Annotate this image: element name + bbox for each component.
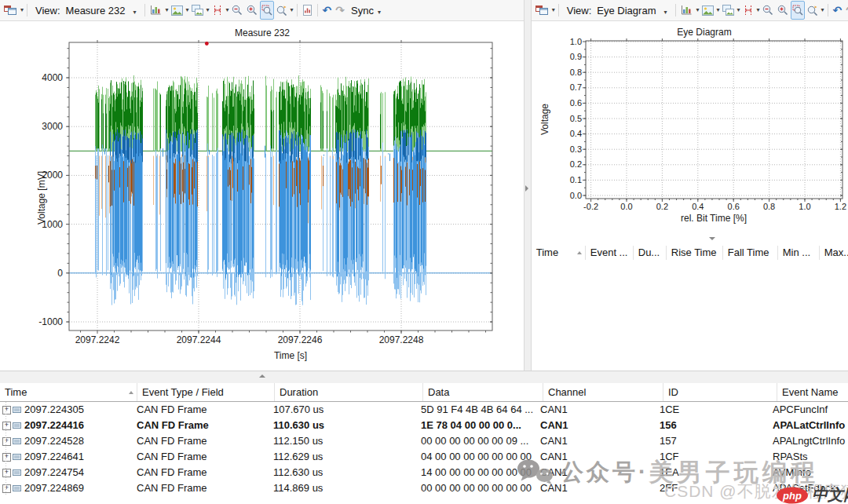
channel-cell: CAN1 — [535, 465, 655, 480]
sync-button[interactable]: Sync▾ — [351, 5, 381, 16]
toolbar-separator — [27, 4, 27, 16]
table-column-header-0[interactable]: Time — [0, 383, 137, 401]
zoom-region-icon[interactable] — [791, 1, 805, 20]
redo-icon[interactable]: ↷ — [334, 4, 346, 16]
toolbar-separator — [558, 4, 559, 16]
stats-column-1[interactable]: Event ... — [586, 246, 634, 260]
table-column-label: Channel — [548, 386, 586, 398]
stats-column-label: Event ... — [590, 246, 628, 260]
svg-text:0.5: 0.5 — [569, 114, 581, 123]
svg-text:2097.2244: 2097.2244 — [177, 334, 221, 345]
measurement-cursor-icon[interactable] — [741, 1, 755, 20]
report-icon[interactable] — [301, 1, 314, 20]
vertical-splitter[interactable] — [524, 0, 532, 371]
event-name-cell: RPASts — [768, 449, 848, 465]
zoom-in-icon[interactable] — [776, 1, 790, 20]
expand-icon[interactable]: + — [2, 406, 11, 415]
table-column-header-2[interactable]: Duration — [275, 383, 423, 401]
svg-text:Time [s]: Time [s] — [274, 350, 307, 361]
table-column-header-5[interactable]: ID — [663, 383, 777, 401]
chevron-down-icon: ▾ — [165, 7, 168, 13]
zoom-fit-icon[interactable] — [806, 1, 820, 20]
stats-column-0[interactable]: Time — [532, 246, 586, 260]
stats-column-label: Min ... — [783, 246, 810, 260]
table-row[interactable]: +2097.224416CAN FD Frame110.630 us1E 78 … — [0, 418, 848, 433]
table-column-header-6[interactable]: Event Name — [777, 383, 848, 401]
view-selector-value: Eye Diagram — [597, 5, 656, 16]
table-column-label: Data — [428, 386, 449, 398]
svg-text:3000: 3000 — [42, 121, 63, 132]
data-cell: 00 00 00 00 00 00 09 ... — [416, 433, 535, 449]
stats-column-3[interactable]: Rise Time — [667, 246, 723, 260]
view-selector[interactable]: Eye Diagram▾ — [594, 4, 669, 17]
chevron-down-icon: ▾ — [552, 7, 555, 13]
expand-icon[interactable]: + — [2, 437, 11, 446]
table-row[interactable]: +2097.224869CAN FD Frame114.869 us00 00 … — [0, 480, 848, 496]
table-row[interactable]: +2097.224528CAN FD Frame112.150 us00 00 … — [0, 433, 848, 449]
time-cell: +2097.224416 — [0, 418, 132, 433]
chevron-down-icon: ▾ — [186, 7, 189, 13]
svg-text:0.8: 0.8 — [763, 202, 775, 211]
zoom-in-icon[interactable] — [245, 1, 259, 20]
svg-text:1.0: 1.0 — [799, 202, 810, 211]
tree-rail — [5, 402, 6, 496]
id-cell: 1CF — [655, 449, 768, 465]
stats-column-2[interactable]: Du... — [634, 246, 667, 260]
trace-table-body: +2097.224305CAN FD Frame107.670 us5D 91 … — [0, 402, 848, 496]
svg-text:0.0: 0.0 — [620, 202, 632, 211]
table-column-header-1[interactable]: Event Type / Field — [137, 383, 275, 401]
expand-icon[interactable]: + — [2, 469, 11, 477]
export-image-icon[interactable] — [170, 1, 185, 20]
zoom-region-icon[interactable] — [260, 1, 274, 20]
collapse-arrow-icon[interactable] — [525, 185, 528, 192]
waveform-chart[interactable]: -1000010002000300040002097.22422097.2244… — [0, 21, 524, 371]
eye-diagram-chart[interactable]: 0.00.10.20.30.40.50.60.70.80.91.0-0.20.0… — [532, 21, 848, 244]
copy-image-icon[interactable] — [190, 1, 205, 20]
zoom-out-icon[interactable] — [230, 1, 244, 20]
redo-icon[interactable]: ↷ — [844, 4, 848, 16]
pane-layout-icon[interactable] — [534, 1, 550, 20]
svg-text:0.9: 0.9 — [569, 52, 581, 61]
view-selector[interactable]: Measure 232▾ — [64, 4, 139, 17]
undo-icon[interactable]: ↶ — [321, 4, 334, 16]
horizontal-splitter[interactable] — [0, 371, 848, 384]
svg-text:2097.2248: 2097.2248 — [379, 334, 424, 345]
time-cell: +2097.224528 — [0, 433, 132, 449]
event-name-cell: APALatCtrlInfo — [768, 418, 848, 433]
zoom-out-icon[interactable] — [761, 1, 775, 20]
chart-type-icon[interactable] — [679, 1, 694, 20]
expand-icon[interactable]: + — [2, 484, 11, 493]
expand-icon[interactable]: + — [2, 422, 11, 430]
copy-image-icon[interactable] — [721, 1, 736, 20]
chart-type-icon[interactable] — [148, 1, 163, 20]
stats-column-label: Du... — [638, 246, 660, 260]
svg-text:Measure 232: Measure 232 — [235, 27, 290, 38]
table-row[interactable]: +2097.224754CAN FD Frame112.630 us14 00 … — [0, 465, 848, 480]
data-cell: 00 00 00 00 00 00 00 00 — [416, 480, 535, 496]
svg-text:2097.2242: 2097.2242 — [75, 334, 120, 345]
svg-text:Voltage [mV]: Voltage [mV] — [36, 171, 47, 225]
stats-column-label: Max... — [824, 246, 848, 260]
data-cell: 14 00 00 00 00 00 00 00 — [416, 465, 535, 480]
expand-icon[interactable]: + — [2, 453, 11, 462]
stats-column-6[interactable]: Max... — [820, 246, 848, 260]
chevron-down-icon: ▾ — [291, 7, 294, 13]
toolbar-separator — [675, 4, 676, 16]
event-type-cell: CAN FD Frame — [132, 418, 269, 433]
table-row[interactable]: +2097.224305CAN FD Frame107.670 us5D 91 … — [0, 402, 848, 418]
svg-text:0.6: 0.6 — [569, 98, 581, 108]
stats-column-5[interactable]: Min ... — [778, 246, 820, 260]
undo-icon[interactable]: ↶ — [832, 4, 844, 16]
measurement-cursor-icon[interactable] — [210, 1, 225, 20]
svg-text:0.3: 0.3 — [569, 144, 581, 154]
export-image-icon[interactable] — [700, 1, 715, 20]
collapse-arrow-icon[interactable] — [709, 237, 715, 240]
zoom-fit-icon[interactable] — [275, 1, 289, 20]
collapse-arrow-icon[interactable] — [259, 374, 265, 378]
channel-cell: CAN1 — [535, 418, 655, 433]
table-column-header-4[interactable]: Channel — [543, 383, 663, 401]
table-row[interactable]: +2097.224641CAN FD Frame112.629 us04 00 … — [0, 449, 848, 465]
pane-layout-icon[interactable] — [2, 1, 19, 20]
table-column-header-3[interactable]: Data — [423, 383, 543, 401]
stats-column-4[interactable]: Fall Time — [723, 246, 778, 260]
